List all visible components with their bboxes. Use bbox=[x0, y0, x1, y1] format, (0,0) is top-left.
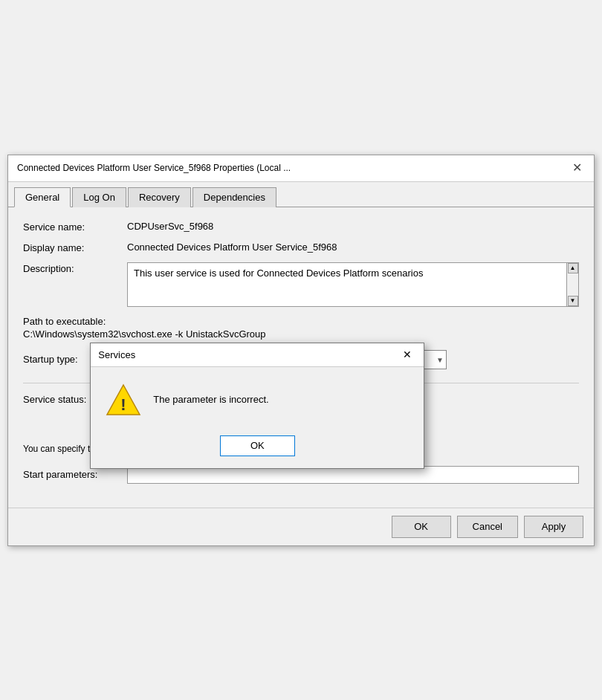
dialog-title-bar: Services ✕ bbox=[91, 343, 424, 367]
dialog-button-area: OK bbox=[91, 430, 424, 468]
main-window: Connected Devices Platform User Service_… bbox=[7, 155, 595, 546]
dialog-ok-button[interactable]: OK bbox=[220, 435, 295, 456]
dialog-message: The parameter is incorrect. bbox=[153, 394, 268, 405]
dialog-content: ! The parameter is incorrect. bbox=[91, 367, 424, 430]
modal-overlay: Services ✕ ! The parameter is incorrect.… bbox=[8, 155, 594, 545]
dialog-close-button[interactable]: ✕ bbox=[398, 348, 416, 361]
services-dialog: Services ✕ ! The parameter is incorrect.… bbox=[90, 343, 424, 469]
warning-icon: ! bbox=[106, 382, 141, 418]
dialog-title: Services bbox=[98, 349, 135, 360]
svg-text:!: ! bbox=[121, 395, 126, 414]
